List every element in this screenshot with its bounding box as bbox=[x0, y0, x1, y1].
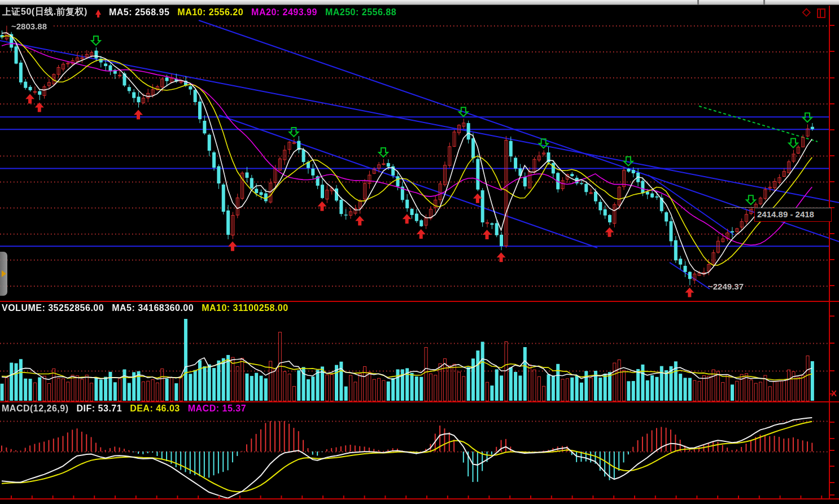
volume-panel-header: VOLUME: 35252856.00MA5: 34168360.00MA10:… bbox=[2, 303, 289, 313]
price-range-annotation: 2414.89 - 2418 bbox=[754, 208, 832, 222]
macd-value: MACD: 15.37 bbox=[188, 404, 246, 414]
macd-value: DIF: 53.71 bbox=[77, 404, 123, 414]
strip-notch bbox=[697, 0, 699, 5]
split-window-icon[interactable] bbox=[817, 8, 825, 18]
panel-close-button[interactable]: X bbox=[831, 388, 837, 398]
price-chart-canvas[interactable] bbox=[0, 0, 839, 301]
macd-panel-header: MACD(12,26,9)DIF: 53.71DEA: 46.03MACD: 1… bbox=[2, 404, 246, 414]
expand-sidebar-handle[interactable] bbox=[0, 252, 7, 296]
volume-value: MA5: 34168360.00 bbox=[112, 303, 194, 313]
strip-notch bbox=[763, 0, 765, 5]
up-arrow-icon bbox=[95, 10, 101, 15]
expand-triangle-icon bbox=[2, 270, 6, 277]
symbol-title: 上证50(日线.前复权) bbox=[2, 6, 88, 18]
volume-chart-canvas[interactable] bbox=[0, 301, 839, 402]
volume-value: VOLUME: 35252856.00 bbox=[2, 303, 104, 313]
diamond-marker-icon[interactable]: ◇ bbox=[802, 7, 811, 17]
panel-separator bbox=[0, 401, 839, 402]
ma-value: MA20: 2493.99 bbox=[251, 7, 317, 17]
panel-separator bbox=[0, 301, 839, 302]
macd-chart-canvas[interactable] bbox=[0, 402, 839, 504]
high-price-label: ~2803.88 bbox=[11, 21, 47, 31]
window-top-strip bbox=[0, 0, 839, 5]
price-panel-header: 上证50(日线.前复权) MA5: 2568.95MA10: 2556.20MA… bbox=[2, 6, 396, 18]
volume-value-list: VOLUME: 35252856.00MA5: 34168360.00MA10:… bbox=[2, 303, 289, 313]
volume-value: MA10: 31100258.00 bbox=[202, 303, 289, 313]
ma-value: MA250: 2556.88 bbox=[325, 7, 396, 17]
right-axis-line bbox=[829, 6, 830, 499]
low-price-label: ~2249.37 bbox=[708, 282, 744, 291]
macd-value: MACD(12,26,9) bbox=[2, 404, 69, 414]
macd-value: DEA: 46.03 bbox=[130, 404, 180, 414]
ma-value: MA5: 2568.95 bbox=[109, 7, 169, 17]
ma-value: MA10: 2556.20 bbox=[177, 7, 243, 17]
ma-value-list: MA5: 2568.95MA10: 2556.20MA20: 2493.99MA… bbox=[109, 7, 396, 17]
stock-chart-window: { "header": { "title": "上证50(日线.前复权)", "… bbox=[0, 0, 839, 504]
annotation-line bbox=[724, 207, 754, 208]
macd-value-list: MACD(12,26,9)DIF: 53.71DEA: 46.03MACD: 1… bbox=[2, 404, 246, 414]
